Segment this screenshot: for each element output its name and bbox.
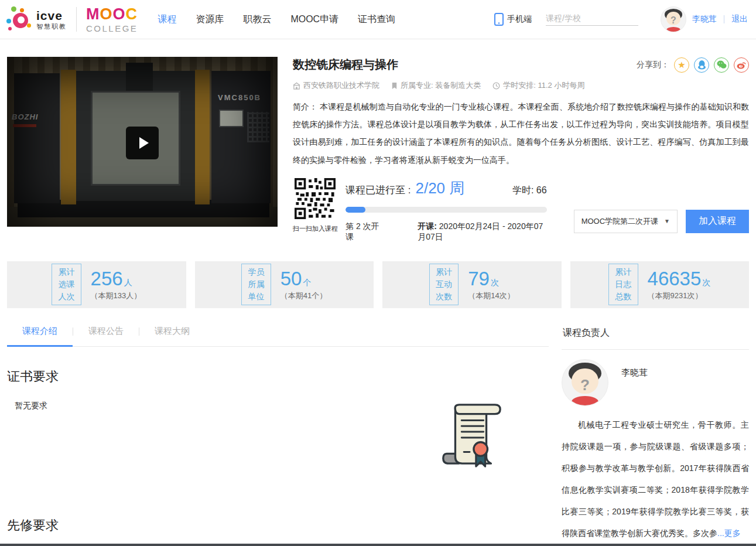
nav-item-cert-query[interactable]: 证书查询 — [358, 13, 395, 26]
stat-enrollment-value: 256 — [91, 268, 123, 290]
share-qq-icon[interactable] — [694, 57, 709, 73]
stats-row: 累计选课人次 256 人 （本期133人） 学员所属单位 50 个 （本期41个… — [0, 261, 756, 308]
search-input[interactable] — [546, 13, 652, 23]
term-select-dropdown[interactable]: MOOC学院第二次开课 — [574, 210, 678, 233]
stat-organizations-sub: （本期41个） — [280, 291, 327, 301]
qr-code — [295, 178, 336, 219]
phone-icon — [494, 13, 504, 26]
schedule-meta: 学时安排: 11.2 小时每周 — [492, 80, 584, 91]
teacher-name: 李晓茸 — [621, 367, 648, 378]
nav-item-courses[interactable]: 课程 — [158, 13, 176, 26]
course-hours: 学时: 66 — [512, 185, 547, 197]
share-qzone-icon[interactable] — [674, 57, 689, 73]
top-header: icve 智慧职教 MOOC COLLEGE 课程 资源库 职教云 MOOC申请… — [0, 0, 756, 39]
teacher-avatar[interactable] — [562, 359, 608, 406]
certificate-illustration — [436, 398, 505, 470]
bookmark-icon — [391, 82, 398, 90]
icve-brand-text: icve — [36, 9, 67, 22]
icve-logo[interactable]: icve 智慧职教 — [6, 6, 67, 33]
header-separator — [724, 15, 724, 23]
nav-item-mooc-apply[interactable]: MOOC申请 — [290, 13, 338, 26]
course-dates: 开课: 2020年02月24日 - 2020年07月07日 — [418, 221, 546, 243]
mobile-app-entry[interactable]: 手机端 — [494, 13, 532, 26]
share-wechat-icon[interactable] — [714, 57, 729, 73]
mooc-wordmark: MOOC — [86, 6, 138, 22]
progress-bar-fill — [345, 207, 365, 213]
course-meta: 西安铁路职业技术学院 所属专业: 装备制造大类 学时安排: 11.2 小时每周 — [293, 80, 749, 91]
stat-interactions: 累计互动次数 79 次 （本期14次） — [382, 261, 562, 308]
course-actions: MOOC学院第二次开课 加入课程 — [574, 210, 749, 233]
stat-enrollment: 累计选课人次 256 人 （本期133人） — [7, 261, 186, 308]
play-icon — [139, 137, 149, 149]
stat-interactions-tag: 累计互动次数 — [429, 264, 459, 305]
course-hero: BOZHI VMC850B 数控铣床编程与操作 分享到： — [0, 39, 756, 243]
play-button[interactable] — [126, 127, 159, 159]
school-icon — [293, 82, 300, 90]
course-leader-title: 课程负责人 — [562, 318, 749, 350]
tab-course-outline[interactable]: 课程大纲 — [139, 318, 205, 346]
caret-down-icon — [664, 218, 670, 224]
qr-caption: 扫一扫加入课程 — [293, 224, 337, 233]
icve-logo-icon — [6, 6, 33, 33]
icve-brand-subtext: 智慧职教 — [36, 23, 67, 30]
username-link[interactable]: 李晓茸 — [692, 14, 717, 25]
major-meta: 所属专业: 装备制造大类 — [391, 80, 481, 91]
nav-item-resources[interactable]: 资源库 — [196, 13, 224, 26]
school-meta: 西安铁路职业技术学院 — [293, 80, 379, 91]
progress-value: 2/20 周 — [415, 178, 464, 199]
certificate-section-title: 证书要求 — [7, 347, 549, 385]
share-weibo-icon[interactable] — [734, 57, 749, 73]
user-avatar[interactable] — [661, 6, 686, 32]
stat-logs-tag: 累计日志总数 — [608, 264, 638, 305]
course-video-thumbnail[interactable]: BOZHI VMC850B — [7, 57, 278, 227]
certificate-section: 证书要求 暂无要求 — [7, 347, 549, 492]
mobile-label: 手机端 — [507, 14, 532, 25]
stat-organizations: 学员所属单位 50 个 （本期41个） — [195, 261, 374, 308]
stat-organizations-tag: 学员所属单位 — [241, 264, 271, 305]
share-label: 分享到： — [637, 60, 669, 70]
course-title: 数控铣床编程与操作 — [293, 57, 398, 73]
stat-organizations-value: 50 — [280, 268, 302, 290]
prerequisite-section: 先修要求 机械制图与CAD绘图、机械设计基础、机械制造技术 — [7, 492, 549, 546]
progress-bar — [345, 207, 547, 213]
stat-interactions-value: 79 — [468, 268, 490, 290]
logout-link[interactable]: 退出 — [731, 14, 748, 25]
share-bar: 分享到： — [637, 57, 749, 73]
stat-enrollment-tag: 累计选课人次 — [52, 264, 81, 305]
prerequisite-section-title: 先修要求 — [7, 492, 549, 534]
tab-course-intro[interactable]: 课程介绍 — [7, 318, 73, 346]
search-box — [546, 13, 638, 26]
teacher-card: 李晓茸 — [562, 359, 749, 406]
main-column: 课程介绍 课程公告 课程大纲 证书要求 暂无要求 — [7, 318, 549, 546]
nav-item-zjy-cloud[interactable]: 职教云 — [243, 13, 271, 26]
logo-divider — [76, 7, 77, 32]
stat-interactions-sub: （本期14次） — [468, 291, 514, 301]
more-link[interactable]: ...更多 — [717, 528, 741, 538]
mooc-college-subtext: COLLEGE — [86, 24, 138, 33]
stat-logs-sub: （本期9231次） — [648, 291, 711, 301]
course-intro: 简介： 本课程是机械制造与自动化专业的一门专业核心课程。本课程全面、系统地介绍了… — [293, 98, 749, 169]
mooc-college-logo[interactable]: MOOC COLLEGE — [86, 6, 138, 33]
clock-icon — [492, 82, 500, 90]
course-tabs: 课程介绍 课程公告 课程大纲 — [7, 318, 549, 347]
sidebar: 课程负责人 李晓茸 机械电子工程专业硕士研究生，骨干教师。主持院级课题一项，参与… — [562, 318, 749, 546]
stat-logs: 累计日志总数 46635 次 （本期9231次） — [570, 261, 750, 308]
session-label: 第 2 次开课 — [345, 221, 381, 243]
join-course-button[interactable]: 加入课程 — [686, 210, 749, 233]
progress-block: 课程已进行至 : 2/20 周 学时: 66 第 2 次开课 开课: 2020年… — [345, 178, 547, 243]
main-nav: 课程 资源库 职教云 MOOC申请 证书查询 — [158, 13, 395, 26]
qr-block: 扫一扫加入课程 — [293, 178, 337, 233]
teacher-bio: 机械电子工程专业硕士研究生，骨干教师。主持院级课题一项，参与院级课题、省级课题多… — [562, 414, 749, 544]
footer-strip — [0, 544, 756, 546]
progress-label: 课程已进行至 : — [345, 183, 411, 197]
stat-logs-value: 46635 — [648, 268, 702, 290]
stat-enrollment-sub: （本期133人） — [91, 291, 142, 301]
tab-course-announcements[interactable]: 课程公告 — [73, 318, 139, 346]
